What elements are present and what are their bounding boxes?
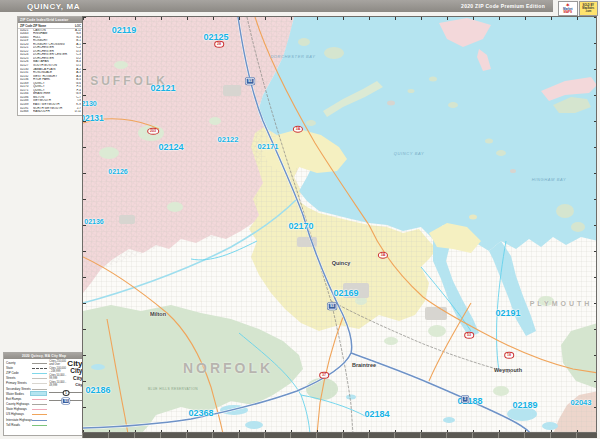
- legend-item: Streets: [6, 376, 47, 381]
- zip-name-cell: RANDOLPH: [33, 110, 73, 114]
- secondary-swatch-icon: [32, 387, 47, 391]
- grid-ticks-right: [594, 17, 597, 432]
- legend-item: State Highways: [6, 407, 47, 412]
- brand-line2: MAPS: [563, 11, 572, 14]
- state-route-badge: 37: [319, 372, 329, 379]
- zip-index-row: 02368RANDOLPHD-11: [20, 110, 81, 114]
- county-label: NORFOLK: [183, 360, 273, 376]
- zip-code-label: 02122: [218, 135, 239, 144]
- legend-item: ZIP Code: [6, 370, 47, 375]
- legend-item: Interstate Highways: [6, 417, 47, 422]
- legend-item: Water Bodies: [6, 391, 47, 396]
- legend-item: Primary Streets: [6, 381, 47, 386]
- state-route-badge: 18: [504, 352, 514, 359]
- grid-ticks-top: [83, 17, 596, 20]
- legend-item-label: County: [6, 361, 32, 365]
- county-hwy-swatch-icon: [32, 402, 47, 406]
- legend-item: US Highways: [6, 412, 47, 417]
- legend-item: Exit Ramps: [6, 396, 47, 401]
- us-shield-icon: 1: [63, 390, 70, 396]
- legend-item-label: State: [6, 366, 32, 370]
- interstate-badge: 93: [328, 303, 337, 310]
- legend-item: Toll Roads: [6, 422, 47, 427]
- water-label: DORCHESTER BAY: [270, 54, 315, 59]
- legend-item-label: Exit Ramps: [6, 397, 32, 401]
- water-label: QUINCY BAY: [394, 151, 424, 156]
- badge-line3: .com: [585, 10, 591, 13]
- state-route-badge: 28: [214, 41, 224, 48]
- city-size-sample: City: [70, 367, 82, 374]
- zip-code-label: 02119: [112, 25, 137, 35]
- zip-swatch-icon: [32, 371, 47, 375]
- zip-index-table: ZIP Code Index/Grid Locator ZIP Code ZIP…: [17, 16, 84, 116]
- city-label: Milton: [150, 311, 166, 317]
- zip-code-label: 02189: [512, 400, 537, 410]
- page-title: QUINCY, MA: [27, 2, 80, 11]
- map-canvas: SUFFOLKNORFOLKPLYMOUTH021190212502121021…: [82, 16, 597, 433]
- city-size-label: Cities 10,000 - 49,999: [49, 382, 67, 388]
- grid-ticks-left: [83, 17, 86, 432]
- state-route-badge: 3A: [378, 252, 388, 259]
- map-labels-layer: SUFFOLKNORFOLKPLYMOUTH021190212502121021…: [83, 17, 596, 432]
- legend-item-label: US Highways: [6, 412, 32, 416]
- zip-code-cell: 02368: [20, 110, 33, 114]
- edition-label: 2020 ZIP Code Premium Edition: [461, 0, 545, 12]
- legend-body: CountyStateZIP CodeStreetsPrimary Street…: [4, 359, 84, 428]
- zip-code-label: 02368: [188, 408, 213, 418]
- state-hwy-swatch-icon: [32, 407, 47, 411]
- zip-code-label: 02186: [85, 385, 110, 395]
- col-zip-name: ZIP Name: [33, 24, 73, 28]
- legend-item: County Highways: [6, 402, 47, 407]
- col-loc: LOC: [73, 24, 81, 28]
- city-size-label: Cities 100,000 - 249,999: [49, 368, 67, 374]
- zip-index-rows: 02021CANTONA-1102043HINGHAMN-802045HULLN…: [18, 29, 83, 115]
- zip-code-label: 02124: [158, 142, 183, 152]
- interstate-badge: 93: [246, 78, 255, 85]
- water-label: HINGHAM BAY: [532, 177, 566, 182]
- marketmaps-logo: ✶ Market MAPS: [558, 1, 578, 16]
- state-route-badge: 203: [147, 128, 159, 135]
- city-size-label: Cities 250,000 and Over: [49, 361, 67, 367]
- zip-code-label: 02121: [150, 83, 175, 93]
- city-label: Braintree: [352, 362, 376, 368]
- zip-code-label: 02169: [333, 288, 358, 298]
- zip-code-label: 02043: [571, 398, 592, 407]
- zip-code-label: 02126: [108, 168, 127, 175]
- county-swatch-icon: [32, 361, 47, 365]
- poi-label: BLUE HILLS RESERVATION: [148, 387, 198, 391]
- zip-code-label: 02184: [364, 409, 389, 419]
- legend-item-label: Interstate Highways: [6, 418, 32, 422]
- state-route-badge: 53: [464, 332, 474, 339]
- loc-cell: D-11: [73, 110, 81, 114]
- zip-code-label: 02170: [288, 221, 313, 231]
- interstate-shield-icon: 93: [62, 398, 71, 404]
- us-hwy-swatch-icon: [32, 412, 47, 416]
- interstate-swatch-icon: [32, 418, 47, 422]
- highway-line: 93: [49, 400, 82, 401]
- legend-item-label: Water Bodies: [6, 392, 30, 396]
- legend-shield-row: 93: [49, 396, 82, 404]
- county-label: PLYMOUTH: [530, 300, 593, 307]
- legend-city-size: Cities 250,000 and OverCity: [49, 360, 82, 367]
- state-route-badge: 3A: [293, 126, 303, 133]
- zip-code-label: 02171: [258, 142, 279, 151]
- legend-item-label: Primary Streets: [6, 381, 32, 385]
- legend-item-label: State Highways: [6, 407, 32, 411]
- zip-code-label: 02136: [84, 218, 103, 225]
- legend-city-size: Cities 100,000 - 249,999City: [49, 367, 82, 374]
- city-label: Weymouth: [494, 367, 522, 373]
- legend-shield-row: 1: [49, 388, 82, 396]
- legend-city-size: Cities 10,000 - 49,999City: [49, 381, 82, 388]
- brand-box: ✶ Market MAPS SOLD BY MapSales .com: [558, 1, 598, 16]
- grid-ticks-bottom: [83, 430, 596, 433]
- legend-item: County: [6, 360, 47, 365]
- col-zip-code: ZIP Code: [20, 24, 33, 28]
- map-poster-page: QUINCY, MA 2020 ZIP Code Premium Edition…: [0, 0, 600, 439]
- street-swatch-icon: [32, 376, 47, 380]
- legend-item-label: County Highways: [6, 402, 32, 406]
- header-bar: QUINCY, MA 2020 ZIP Code Premium Edition: [0, 0, 553, 12]
- ramp-swatch-icon: [32, 397, 47, 401]
- vendor-badge: SOLD BY MapSales .com: [579, 1, 599, 16]
- water-swatch-icon: [30, 391, 47, 396]
- primary-swatch-icon: [32, 381, 47, 385]
